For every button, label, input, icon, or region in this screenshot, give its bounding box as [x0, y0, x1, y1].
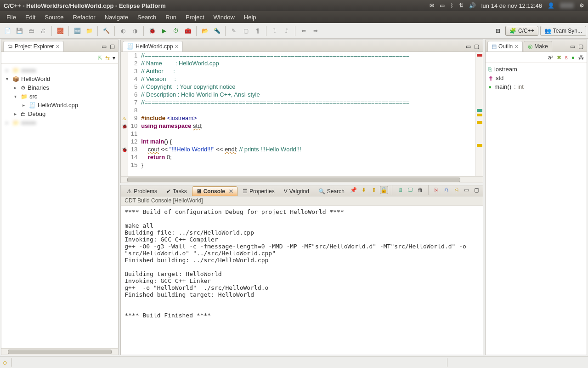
maximize-view-button[interactable]: ▢	[577, 43, 584, 50]
tree-item[interactable]: ▾📁src	[4, 92, 116, 101]
close-icon[interactable]: ✕	[229, 188, 233, 195]
maximize-view-button[interactable]: ▢	[109, 43, 115, 50]
menu-source[interactable]: Source	[41, 12, 67, 22]
clear-console-button[interactable]: 🗑	[416, 186, 424, 194]
menu-edit[interactable]: Edit	[22, 12, 39, 22]
save-all-button[interactable]: 🗃	[26, 25, 37, 36]
tab-problems[interactable]: ⚠Problems	[123, 186, 161, 196]
expander-icon[interactable]: ▸	[14, 111, 19, 116]
make-tab[interactable]: ◎ Make	[524, 41, 552, 52]
expander-icon[interactable]: ▸	[23, 103, 27, 108]
tree-item[interactable]: ▸🧾HelloWorld.cpp	[4, 101, 116, 109]
next-annotation-button[interactable]: ⤵	[269, 25, 280, 36]
menu-file[interactable]: File	[3, 12, 20, 22]
tab-tasks[interactable]: ✔Tasks	[162, 186, 191, 196]
outline-item[interactable]: ⋕std	[488, 74, 584, 82]
view-menu-icon[interactable]: ▾	[113, 55, 115, 61]
back-button[interactable]: ⬅	[298, 25, 309, 36]
menu-search[interactable]: Search	[134, 12, 160, 22]
gear-icon[interactable]: ⚙	[579, 3, 584, 8]
tree-item[interactable]: ▾📦HelloWorld	[4, 75, 116, 83]
bug-icon[interactable]: 🐞	[122, 148, 127, 152]
open-element-button[interactable]: ◑	[130, 25, 141, 36]
sort-icon[interactable]: aᶻ	[548, 55, 553, 60]
perspective-team-syn-[interactable]: 👥Team Syn...	[540, 26, 586, 36]
minimize-view-button[interactable]: ▭	[101, 43, 107, 50]
link-editor-icon[interactable]: ⇆	[105, 55, 110, 61]
open-type-button[interactable]: ◐	[118, 25, 129, 36]
toggle-block-button[interactable]: ▢	[240, 25, 251, 36]
console-output[interactable]: **** Build of configuration Debug for pr…	[121, 206, 483, 355]
insert-mode-icon[interactable]: ◇	[3, 360, 7, 365]
network-icon[interactable]: ⇅	[459, 3, 464, 8]
maximize-view-button[interactable]: ▢	[473, 186, 481, 194]
open-perspective-button[interactable]: ⊞	[492, 25, 503, 36]
print-button[interactable]: 🖨	[38, 25, 49, 36]
perspective-c-c-[interactable]: 🧩C/C++	[505, 26, 538, 36]
tab-properties[interactable]: ☰Properties	[238, 186, 279, 196]
run-button[interactable]: ▶	[158, 25, 170, 36]
pin-console-button[interactable]: 📌	[350, 186, 358, 194]
expander-icon[interactable]: ▸	[14, 85, 19, 90]
tree-item[interactable]: ▸🗀Debug	[4, 109, 116, 118]
menu-refactor[interactable]: Refactor	[69, 12, 99, 22]
menu-run[interactable]: Run	[162, 12, 180, 22]
filter-icon[interactable]: ⁂	[578, 55, 584, 60]
open-console-button[interactable]: 🖵	[406, 186, 414, 194]
display-console-button[interactable]: 🖥	[396, 186, 404, 194]
new-cpp-class-button[interactable]: 🆕	[72, 25, 83, 36]
prev-annotation-button[interactable]: ⤴	[281, 25, 292, 36]
menu-project[interactable]: Project	[182, 12, 208, 22]
forward-button[interactable]: ➡	[310, 25, 321, 36]
mail-icon[interactable]: ✉	[430, 3, 434, 8]
scroll-down-button[interactable]: ⬇	[360, 186, 368, 194]
build-config-button[interactable]: 🔨	[101, 25, 112, 36]
code-area[interactable]: //======================================…	[139, 52, 475, 176]
warning-icon[interactable]: ⚠	[122, 116, 126, 121]
show-error-button[interactable]: ⎘	[432, 186, 441, 194]
external-tools-button[interactable]: 🧰	[182, 25, 193, 36]
hide-nonpublic-icon[interactable]: ●	[571, 55, 575, 60]
minimize-view-button[interactable]: ▭	[463, 186, 471, 194]
outline-tab[interactable]: ▤ Outlin ✕	[487, 41, 523, 52]
user-icon[interactable]: 👤	[548, 3, 554, 8]
editor-horizontal-scrollbar[interactable]	[121, 176, 483, 183]
bluetooth-icon[interactable]: ᛒ	[450, 3, 453, 8]
menu-navigate[interactable]: Navigate	[101, 12, 132, 22]
show-whitespace-button[interactable]: ¶	[252, 25, 263, 36]
minimize-view-button[interactable]: ▭	[569, 43, 576, 50]
search-button[interactable]: 🔦	[211, 25, 222, 36]
tab-search[interactable]: 🔍Search	[314, 186, 349, 196]
show-output-button[interactable]: ⎙	[442, 186, 451, 194]
scroll-lock-button[interactable]: 🔒	[380, 186, 388, 194]
code-editor[interactable]: ⚠🐞🐞 123456789101112131415 //============…	[121, 52, 483, 176]
open-project-button[interactable]: 📂	[199, 25, 210, 36]
collapse-all-icon[interactable]: ⇱	[98, 55, 102, 61]
outline-item[interactable]: ●main() : int	[488, 82, 584, 91]
tree-item[interactable]: ▸📁xxxxx	[4, 66, 116, 75]
expander-icon[interactable]: ▸	[6, 120, 11, 125]
clock[interactable]: lun 14 de nov 12:12:46	[481, 2, 542, 9]
horizontal-scrollbar[interactable]	[1, 348, 118, 355]
outline-item[interactable]: ⎘iostream	[488, 65, 584, 74]
copy-log-button[interactable]: ⎗	[452, 186, 461, 194]
project-tree[interactable]: ▸📁xxxxx▾📦HelloWorld▸⚙Binaries▾📁src▸🧾Hell…	[1, 64, 118, 348]
maximize-view-button[interactable]: ▢	[474, 43, 480, 50]
hide-static-icon[interactable]: s	[565, 55, 568, 60]
menu-window[interactable]: Window	[210, 12, 238, 22]
line-number-ruler[interactable]: 123456789101112131415	[128, 52, 139, 176]
expander-icon[interactable]: ▸	[6, 68, 11, 73]
new-folder-button[interactable]: 📁	[84, 25, 95, 36]
tab-console[interactable]: 🖥Console ✕	[192, 186, 237, 196]
bug-icon[interactable]: 🐞	[122, 124, 127, 129]
expander-icon[interactable]: ▾	[14, 94, 19, 99]
toggle-mark-button[interactable]: ✎	[228, 25, 239, 36]
minimize-view-button[interactable]: ▭	[465, 43, 472, 50]
menu-help[interactable]: Help	[240, 12, 260, 22]
tree-item[interactable]: ▸⚙Binaries	[4, 83, 116, 92]
outline-tree[interactable]: ⎘iostream⋕std●main() : int	[486, 63, 587, 93]
tree-item[interactable]: ▸📁xxxxx	[4, 118, 116, 127]
tab-valgrind[interactable]: VValgrind	[280, 186, 313, 196]
project-explorer-tab[interactable]: 🗂 Project Explorer ✕	[3, 41, 64, 52]
overview-ruler[interactable]	[475, 52, 483, 176]
